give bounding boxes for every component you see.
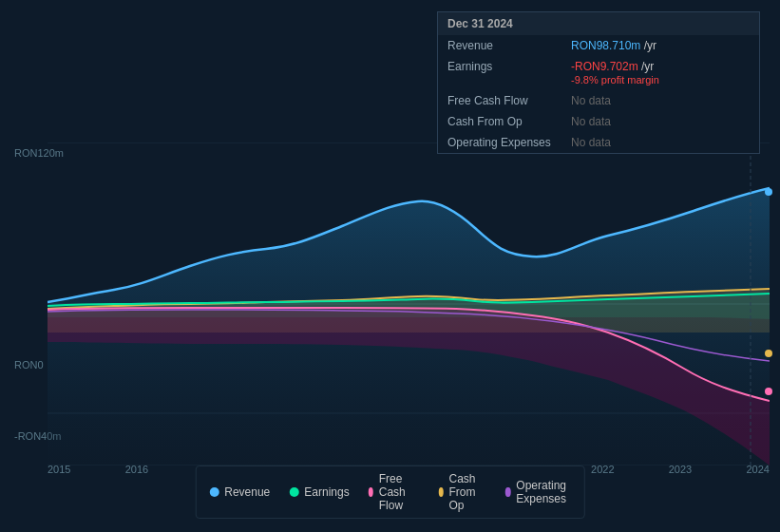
cfo-edge-dot: [765, 350, 772, 357]
legend-revenue-label: Revenue: [224, 485, 270, 499]
tooltip-fcf-label: Free Cash Flow: [438, 90, 561, 111]
legend-fcf-label: Free Cash Flow: [379, 472, 420, 512]
legend-cfo-dot: [438, 487, 443, 497]
tooltip-earnings-row: Earnings -RON9.702m /yr -9.8% profit mar…: [438, 56, 759, 90]
tooltip-date: Dec 31 2024: [438, 12, 759, 35]
x-label-2015: 2015: [48, 464, 70, 475]
chart-container: Dec 31 2024 Revenue RON98.710m /yr Earni…: [0, 0, 780, 532]
legend-opex[interactable]: Operating Expenses: [505, 479, 571, 505]
x-label-2022: 2022: [591, 464, 614, 475]
tooltip-opex-label: Operating Expenses: [438, 132, 561, 153]
y-axis-mid-label: RON0: [14, 359, 44, 370]
tooltip-opex-row: Operating Expenses No data: [438, 132, 759, 153]
legend-revenue[interactable]: Revenue: [209, 485, 270, 499]
tooltip-fcf-row: Free Cash Flow No data: [438, 90, 759, 111]
legend-fcf[interactable]: Free Cash Flow: [369, 472, 420, 512]
fcf-edge-dot: [765, 388, 772, 395]
legend-opex-dot: [505, 487, 510, 497]
tooltip-cfo-label: Cash From Op: [438, 111, 561, 132]
revenue-edge-dot: [765, 188, 772, 196]
tooltip-revenue-label: Revenue: [438, 35, 561, 56]
chart-svg: [48, 142, 770, 466]
legend-revenue-dot: [209, 487, 219, 497]
x-label-2016: 2016: [125, 464, 148, 475]
legend-cfo-label: Cash From Op: [449, 472, 487, 512]
tooltip-box: Dec 31 2024 Revenue RON98.710m /yr Earni…: [437, 11, 760, 154]
tooltip-earnings-label: Earnings: [438, 56, 561, 90]
tooltip-fcf-value: No data: [561, 90, 759, 111]
chart-legend: Revenue Earnings Free Cash Flow Cash Fro…: [195, 466, 585, 519]
legend-opex-label: Operating Expenses: [516, 479, 570, 505]
legend-cfo[interactable]: Cash From Op: [438, 472, 486, 512]
tooltip-revenue-value: RON98.710m /yr: [561, 35, 759, 56]
legend-earnings-label: Earnings: [304, 485, 349, 499]
x-label-2024: 2024: [746, 464, 769, 475]
tooltip-opex-value: No data: [561, 132, 759, 153]
legend-fcf-dot: [369, 487, 373, 497]
tooltip-revenue-row: Revenue RON98.710m /yr: [438, 35, 759, 56]
legend-earnings[interactable]: Earnings: [289, 485, 349, 499]
tooltip-earnings-value: -RON9.702m /yr -9.8% profit margin: [561, 56, 759, 90]
x-label-2023: 2023: [669, 464, 692, 475]
tooltip-cfo-value: No data: [561, 111, 759, 132]
legend-earnings-dot: [289, 487, 298, 497]
tooltip-cfo-row: Cash From Op No data: [438, 111, 759, 132]
